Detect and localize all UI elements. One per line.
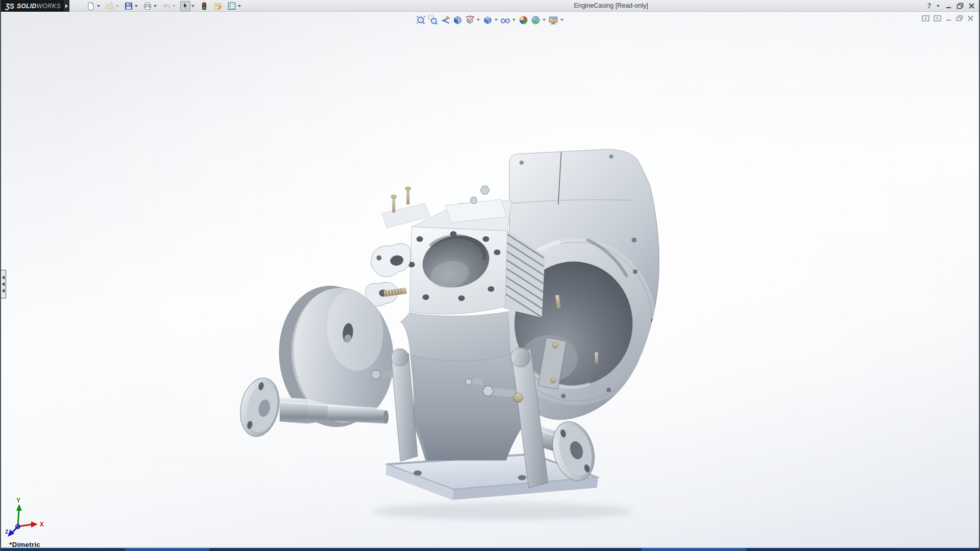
print-button[interactable] [142, 1, 153, 11]
previous-view-button[interactable] [439, 14, 451, 26]
document-close-button[interactable] [967, 15, 974, 21]
document-window-controls [922, 15, 974, 21]
restore-button[interactable] [957, 0, 964, 12]
display-style-icon [483, 15, 493, 25]
document-close-icon [967, 15, 974, 21]
title-bar: ƷS SOLIDWORKS [1, 0, 979, 12]
pane-next-button[interactable] [934, 15, 941, 21]
document-minimize-button[interactable] [945, 15, 952, 21]
apply-scene-icon [531, 15, 541, 25]
restore-icon [957, 3, 964, 9]
model-canvas: Y X Z [1, 12, 979, 551]
zoom-to-area-icon [428, 15, 438, 25]
display-style-dropdown[interactable] [494, 14, 498, 26]
undo-button[interactable] [161, 1, 172, 11]
select-dropdown[interactable] [190, 1, 195, 11]
new-document-icon [87, 2, 95, 10]
right-arrow-icon [65, 4, 68, 8]
print-icon [143, 2, 152, 10]
apply-scene-button[interactable] [530, 14, 541, 26]
appearance-ball-icon [519, 15, 528, 25]
view-orientation-icon [465, 15, 475, 25]
new-document-dropdown[interactable] [96, 1, 101, 11]
open-folder-icon [106, 2, 114, 10]
checklist-icon [228, 2, 236, 10]
triad-z-label: Z [5, 529, 9, 535]
brand-name-light: WORKS [37, 3, 61, 10]
undo-dropdown[interactable] [172, 1, 177, 11]
collapse-left-icon [2, 282, 5, 286]
options-dropdown[interactable] [237, 1, 242, 11]
orientation-triad: Y X Z [5, 497, 44, 537]
main-toolbar [86, 0, 246, 12]
select-cursor-icon [182, 2, 189, 10]
options-checklist-button[interactable] [227, 1, 237, 11]
new-document-button[interactable] [86, 1, 96, 11]
taskbar-segment [125, 548, 209, 551]
display-style-button[interactable] [482, 14, 493, 26]
zoom-to-area-button[interactable] [427, 14, 438, 26]
note-pencil-icon [214, 2, 222, 10]
document-restore-button[interactable] [956, 15, 963, 21]
solidworks-window: ƷS SOLIDWORKS [0, 0, 980, 551]
solidworks-logo: ƷS SOLIDWORKS [1, 0, 64, 12]
comment-button[interactable] [213, 1, 223, 11]
help-dropdown[interactable] [936, 1, 941, 11]
close-button[interactable] [968, 0, 975, 12]
document-restore-icon [956, 15, 963, 21]
view-orientation-dropdown[interactable] [476, 14, 480, 26]
window-controls: ? [927, 0, 975, 12]
close-icon [968, 3, 975, 9]
view-orientation-button[interactable] [464, 14, 475, 26]
help-button[interactable]: ? [927, 0, 931, 12]
engine-casing-model [235, 149, 659, 520]
save-floppy-icon [125, 2, 133, 10]
help-icon: ? [927, 2, 931, 10]
previous-view-icon [440, 15, 450, 25]
edit-appearance-button[interactable] [518, 14, 529, 26]
traffic-light-icon [201, 2, 208, 10]
graphics-area[interactable]: Y X Z [1, 12, 979, 551]
hide-show-items-button[interactable] [500, 14, 511, 26]
section-view-icon [453, 15, 462, 25]
hide-show-items-dropdown[interactable] [511, 14, 516, 26]
pane-next-icon [934, 15, 941, 21]
apply-scene-dropdown[interactable] [542, 14, 546, 26]
taskbar-strip [1, 547, 979, 551]
triad-x-label: X [40, 521, 44, 528]
triad-y-label: Y [16, 497, 20, 504]
print-dropdown[interactable] [153, 1, 158, 11]
undo-icon [162, 2, 170, 10]
eyeglasses-icon [500, 15, 510, 25]
zoom-to-fit-button[interactable] [415, 14, 426, 26]
collapse-left-icon [2, 289, 5, 293]
feature-manager-collapsed-tab[interactable] [1, 270, 6, 298]
pane-previous-button[interactable] [922, 15, 929, 21]
brand-mark: ƷS [5, 2, 14, 10]
minimize-icon [945, 3, 952, 9]
collapse-left-icon [2, 276, 5, 280]
zoom-to-fit-icon [416, 15, 426, 25]
taskbar-segment [642, 548, 746, 551]
heads-up-toolbar [414, 14, 565, 26]
minimize-button[interactable] [945, 0, 952, 12]
save-button[interactable] [124, 1, 134, 11]
open-button[interactable] [105, 1, 115, 11]
save-dropdown[interactable] [134, 1, 139, 11]
view-settings-button[interactable] [548, 14, 559, 26]
section-view-button[interactable] [452, 14, 463, 26]
document-minimize-icon [945, 15, 952, 21]
select-button[interactable] [180, 1, 190, 11]
view-settings-icon [548, 15, 558, 25]
interference-check-button[interactable] [199, 1, 209, 11]
menu-expand-arrow[interactable] [64, 0, 69, 12]
open-dropdown[interactable] [115, 1, 120, 11]
brand-name-strong: SOLID [17, 3, 37, 10]
pane-previous-icon [922, 15, 929, 21]
view-settings-dropdown[interactable] [559, 14, 564, 26]
window-title: EngineCasing [Read-only] [574, 0, 648, 12]
